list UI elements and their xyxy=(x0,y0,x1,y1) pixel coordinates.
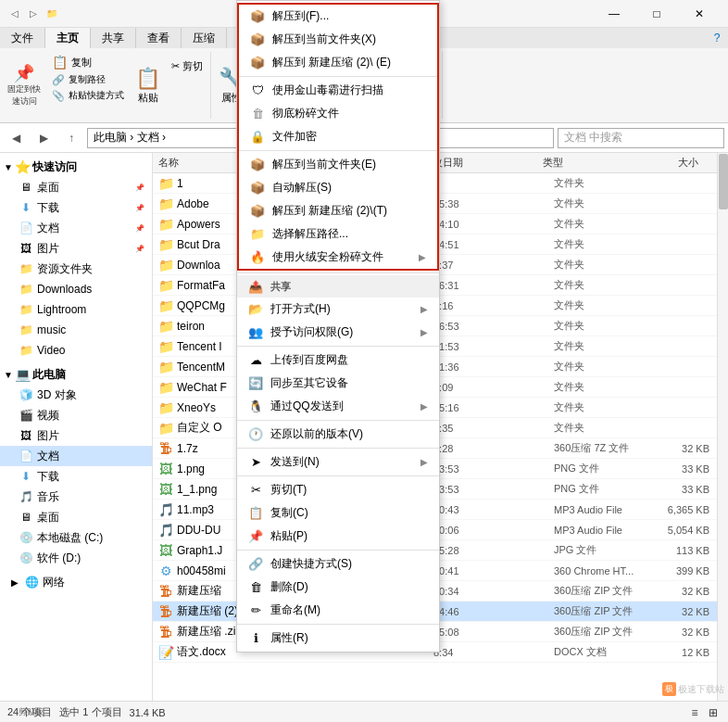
arrow-icon-4: ▶ xyxy=(420,401,428,412)
cm-properties[interactable]: ℹ 属性(R) xyxy=(237,627,439,650)
cm-create-shortcut[interactable]: 🔗 创建快捷方式(S) xyxy=(237,552,439,576)
arrow-icon: ▶ xyxy=(419,252,426,262)
paste-icon: 📌 xyxy=(248,529,263,544)
cm-shred[interactable]: 🗑 彻底粉碎文件 xyxy=(239,102,437,125)
cm-extract-to-t[interactable]: 📦 解压到 新建压缩 (2)\(T) xyxy=(239,199,437,222)
encrypt-icon: 🔒 xyxy=(250,130,265,145)
copy-icon: 📋 xyxy=(248,506,263,521)
cm-open-with[interactable]: 📂 打开方式(H) ▶ xyxy=(237,298,439,321)
open-with-icon: 📂 xyxy=(248,302,263,317)
arrow-icon-3: ▶ xyxy=(420,327,428,337)
cm-sep-9 xyxy=(237,624,439,625)
rename-icon: ✏ xyxy=(248,603,263,618)
grant-access-icon: 👥 xyxy=(248,325,263,340)
cm-grant-access[interactable]: 👥 授予访问权限(G) ▶ xyxy=(237,321,439,344)
baidu-icon: ☁ xyxy=(248,353,263,368)
cm-extract-here[interactable]: 📦 解压到当前文件夹(X) xyxy=(239,28,437,51)
cm-sep-7 xyxy=(237,475,439,476)
cm-extract-here2[interactable]: 📦 解压到当前文件夹(E) xyxy=(239,153,437,176)
properties-icon: ℹ xyxy=(248,631,263,646)
extract-to-t-icon: 📦 xyxy=(250,204,265,219)
extract-here-icon: 📦 xyxy=(250,32,265,47)
arrow-icon-2: ▶ xyxy=(420,304,428,314)
qq-icon: 🐧 xyxy=(248,399,263,414)
cm-auto-extract[interactable]: 📦 自动解压(S) xyxy=(239,176,437,199)
cm-sep-1 xyxy=(239,76,437,77)
share-header-icon: 📤 xyxy=(248,279,263,294)
delete-icon: 🗑 xyxy=(248,580,263,595)
cm-extract-to[interactable]: 📦 解压到(F)... xyxy=(239,5,437,28)
cut-icon: ✂ xyxy=(248,483,263,498)
context-menu-overlay: 📦 解压到(F)... 📦 解压到当前文件夹(X) 📦 解压到 新建压缩 (2)… xyxy=(0,0,728,722)
cm-rename[interactable]: ✏ 重命名(M) xyxy=(237,599,439,622)
cm-send-qq[interactable]: 🐧 通过QQ发送到 ▶ xyxy=(237,395,439,418)
cm-sep-5 xyxy=(237,420,439,421)
cm-restore-version[interactable]: 🕐 还原以前的版本(V) xyxy=(237,423,439,446)
cm-sep-2 xyxy=(239,150,437,151)
cm-cut[interactable]: ✂ 剪切(T) xyxy=(237,478,439,501)
arrow-icon-5: ▶ xyxy=(420,457,428,467)
cm-sep-8 xyxy=(237,550,439,551)
cm-share-header: 📤 共享 xyxy=(237,275,439,298)
extract-icon: 📦 xyxy=(250,9,265,24)
cm-extract-new[interactable]: 📦 解压到 新建压缩 (2)\ (E) xyxy=(239,51,437,74)
cm-paste[interactable]: 📌 粘贴(P) xyxy=(237,525,439,548)
cm-encrypt[interactable]: 🔒 文件加密 xyxy=(239,125,437,148)
cm-scan[interactable]: 🛡 使用金山毒霸进行扫描 xyxy=(239,79,437,102)
sync-icon: 🔄 xyxy=(248,376,263,391)
cm-sep-3 xyxy=(237,272,439,273)
send-to-icon: ➤ xyxy=(248,455,263,470)
cm-sep-4 xyxy=(237,346,439,347)
restore-icon: 🕐 xyxy=(248,427,263,442)
context-menu: 📦 解压到(F)... 📦 解压到当前文件夹(X) 📦 解压到 新建压缩 (2)… xyxy=(236,0,440,652)
cm-choose-path[interactable]: 📁 选择解压路径... xyxy=(239,222,437,246)
cm-delete[interactable]: 🗑 删除(D) xyxy=(237,576,439,599)
choose-path-icon: 📁 xyxy=(250,227,265,242)
auto-extract-icon: 📦 xyxy=(250,181,265,196)
shortcut-icon: 🔗 xyxy=(248,557,263,572)
huorong-icon: 🔥 xyxy=(250,250,265,265)
cm-send-to[interactable]: ➤ 发送到(N) ▶ xyxy=(237,450,439,474)
cm-sep-6 xyxy=(237,448,439,449)
cm-sync-devices[interactable]: 🔄 同步至其它设备 xyxy=(237,372,439,395)
cm-copy[interactable]: 📋 复制(C) xyxy=(237,501,439,525)
cm-upload-baidu[interactable]: ☁ 上传到百度网盘 xyxy=(237,348,439,372)
extract-new-icon: 📦 xyxy=(250,56,265,70)
scan-icon: 🛡 xyxy=(250,83,265,98)
shred-icon: 🗑 xyxy=(250,107,265,121)
cm-huorong-shred[interactable]: 🔥 使用火绒安全粉碎文件 ▶ xyxy=(239,246,437,269)
extract-here2-icon: 📦 xyxy=(250,158,265,172)
